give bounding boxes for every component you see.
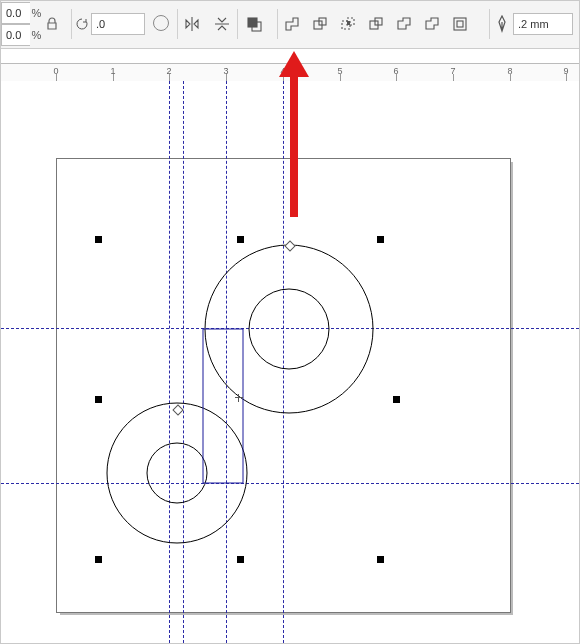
back-minus-front-button[interactable] [421, 13, 443, 35]
arrow-head-icon [279, 51, 309, 77]
simplify-button[interactable] [365, 13, 387, 35]
selection-handle[interactable] [95, 556, 102, 563]
rotation-group: .0 [75, 4, 145, 44]
mirror-vertical-button[interactable] [211, 13, 233, 35]
shaping-buttons [281, 13, 471, 35]
selected-rectangle[interactable] [203, 329, 243, 483]
scale-x-pct: % [30, 7, 43, 19]
lock-icon [46, 17, 58, 31]
app-window: 0.0 % 0.0 % .0 [0, 0, 580, 644]
separator [489, 9, 490, 39]
property-bar: 0.0 % 0.0 % .0 [1, 1, 579, 49]
boundary-button[interactable] [449, 13, 471, 35]
to-front-button[interactable] [243, 13, 265, 35]
selection-handle[interactable] [393, 396, 400, 403]
rotate-icon [75, 17, 89, 31]
pen-icon [495, 15, 509, 33]
circle-small-1[interactable] [249, 289, 329, 369]
intersect-button[interactable] [337, 13, 359, 35]
options-icon[interactable] [153, 15, 169, 31]
lock-ratio-button[interactable] [43, 14, 61, 34]
outline-group: .2 mm [495, 13, 573, 35]
rotation-input[interactable]: .0 [91, 13, 145, 35]
selection-handle[interactable] [237, 556, 244, 563]
selection-handle[interactable] [377, 236, 384, 243]
separator [277, 9, 278, 39]
selection-center-icon [235, 394, 243, 402]
front-minus-back-button[interactable] [393, 13, 415, 35]
separator [71, 9, 72, 39]
selection-handle[interactable] [95, 236, 102, 243]
weld-button[interactable] [281, 13, 303, 35]
scale-y-pct: % [30, 29, 43, 41]
mirror-horizontal-button[interactable] [181, 13, 203, 35]
arrow-shaft [290, 77, 298, 217]
selection-handle[interactable] [237, 236, 244, 243]
separator [177, 9, 178, 39]
selection-handle[interactable] [95, 396, 102, 403]
selection-handle[interactable] [377, 556, 384, 563]
outline-width-input[interactable]: .2 mm [513, 13, 573, 35]
separator [237, 9, 238, 39]
svg-rect-6 [347, 21, 350, 25]
drawing-canvas[interactable] [1, 81, 579, 643]
trim-button[interactable] [309, 13, 331, 35]
svg-rect-10 [457, 21, 463, 27]
scale-x-input[interactable]: 0.0 [1, 2, 30, 24]
annotation-arrow [279, 51, 309, 231]
circle-large-2[interactable] [107, 403, 247, 543]
svg-rect-9 [454, 18, 466, 30]
mirror-buttons [181, 13, 233, 35]
scale-y-input[interactable]: 0.0 [1, 24, 30, 46]
circle-small-2[interactable] [147, 443, 207, 503]
scale-fields: 0.0 % 0.0 % [1, 1, 43, 47]
